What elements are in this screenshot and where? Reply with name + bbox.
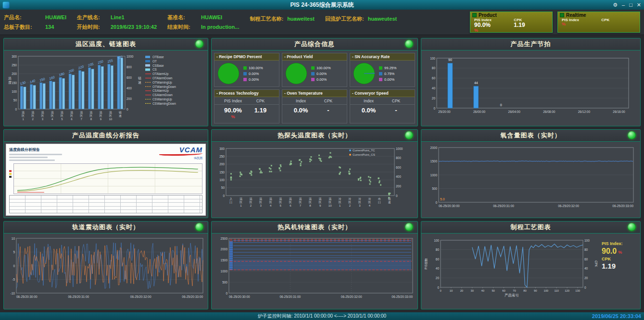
legend-swatch [243, 72, 247, 75]
stat-value: - [382, 107, 410, 114]
svg-text:冷: 冷 [339, 197, 341, 200]
logo-subtext: 伟凯测 [159, 156, 202, 160]
svg-text:150: 150 [219, 171, 225, 174]
svg-text:OTWarningDown: OTWarningDown [152, 85, 176, 89]
cpk-value: 1.19 [602, 262, 636, 270]
svg-text:PIS指数: PIS指数 [424, 258, 428, 269]
legend-value: 0.00% [249, 77, 259, 82]
legend-value: 0.00% [249, 72, 259, 76]
svg-text:90: 90 [534, 289, 537, 292]
sub-box-header: - SN Accuracy Rate [350, 53, 415, 61]
legend-value: 0.75% [384, 72, 394, 76]
svg-text:100: 100 [430, 57, 435, 60]
svg-text:温: 温 [328, 197, 331, 200]
svg-text:温: 温 [8, 76, 12, 80]
svg-text:26/08:00: 26/08:00 [543, 110, 556, 113]
status-led-icon [628, 223, 636, 231]
product-metric-box: Product PIS Index 90.0% % CPK 1.19 [470, 12, 553, 33]
svg-text:255: 255 [106, 59, 113, 64]
legend-value: 0.00% [384, 77, 394, 82]
svg-text:区: 区 [348, 200, 351, 204]
legend-value: 0.00% [316, 72, 327, 76]
svg-text:20: 20 [432, 97, 436, 100]
field-value: In production... [201, 24, 239, 30]
svg-text:区: 区 [328, 200, 331, 204]
svg-text:2000: 2000 [221, 247, 228, 251]
oven-timeline-text: 炉子监控时间轴: 2010/1/1 00:00:00 <----> 2010/1… [258, 313, 386, 320]
svg-text:口: 口 [229, 201, 232, 204]
panel-oxygen: 氧含量图表（实时） 05001000150020005.006-25/20:30… [421, 129, 641, 218]
svg-text:400: 400 [396, 175, 401, 179]
svg-text:区: 区 [309, 200, 312, 204]
panel-title: 制程工艺图表 [511, 223, 551, 232]
svg-text:区: 区 [279, 200, 282, 204]
svg-text:0: 0 [584, 285, 586, 289]
svg-text:口: 口 [378, 201, 381, 204]
svg-text:冷: 冷 [368, 197, 371, 200]
legend-swatch [379, 72, 382, 75]
close-button[interactable]: ✕ [637, 0, 641, 10]
svg-text:区: 区 [31, 114, 34, 117]
svg-text:100: 100 [434, 238, 439, 242]
panel-rail-vibration: 轨道震动图表（实时） -10-5051006-25/20:30:0006-25/… [3, 221, 208, 309]
production-tempo-chart: 02040608010025/20:0026/00:0026/04:0026/0… [422, 51, 639, 126]
svg-text:4: 4 [369, 204, 371, 207]
svg-text:200: 200 [12, 72, 17, 75]
info-group-oven-name: 回流炉工艺名称:huaweutest [325, 15, 397, 23]
maximize-button[interactable]: □ [629, 0, 632, 10]
field-value: HUAWEI [45, 14, 66, 20]
svg-text:1000: 1000 [430, 173, 438, 177]
field-label: 制程工艺名称: [250, 15, 283, 23]
svg-text:0: 0 [13, 264, 15, 267]
svg-text:90: 90 [448, 58, 452, 62]
svg-text:链: 链 [138, 76, 141, 80]
status-led-icon [195, 40, 203, 48]
stat-label: Index [355, 98, 382, 103]
svg-text:500: 500 [222, 280, 227, 283]
info-group-process-name: 制程工艺名称:huaweitest [250, 15, 315, 23]
svg-text:500: 500 [432, 187, 437, 190]
svg-text:区: 区 [41, 114, 44, 117]
svg-text:区: 区 [89, 114, 92, 117]
field-value: Line1 [111, 14, 125, 20]
svg-text:1000: 1000 [126, 55, 134, 58]
svg-text:温: 温 [70, 111, 73, 114]
minimize-button[interactable]: – [622, 0, 625, 10]
svg-text:温: 温 [249, 197, 252, 200]
svg-text:区: 区 [299, 200, 302, 204]
panel-title: 热风机转速图表（实时） [278, 223, 352, 232]
svg-text:20: 20 [460, 289, 463, 292]
svg-text:250: 250 [219, 155, 225, 158]
realtime-metric-box: Realtime PIS Index % CPK [557, 12, 640, 33]
svg-text:1: 1 [240, 204, 242, 207]
svg-text:06-25/20:33:00: 06-25/20:33:00 [182, 295, 203, 298]
stat-label: CPK [247, 98, 274, 103]
svg-text:06-25/20:30:00: 06-25/20:30:00 [229, 295, 250, 298]
svg-text:26/16:00: 26/16:00 [613, 110, 625, 113]
svg-text:OT: OT [152, 60, 157, 63]
pis-index-label: PIS Index: [602, 241, 636, 246]
svg-text:区: 区 [100, 114, 102, 117]
svg-text:区: 区 [368, 200, 371, 204]
svg-text:速: 速 [138, 81, 141, 84]
report-document-preview[interactable]: 温度曲线分析报告 VCAM 伟凯测 [6, 144, 206, 215]
svg-text:3: 3 [359, 204, 361, 207]
field-label: 生产线名: [77, 14, 107, 21]
legend-swatch [311, 66, 315, 70]
status-led-icon [195, 223, 203, 231]
svg-text:160: 160 [49, 75, 55, 80]
percent-mark: % [618, 250, 622, 255]
svg-text:150: 150 [12, 81, 17, 85]
svg-text:CSAlarmUp: CSAlarmUp [152, 89, 169, 93]
settings-gear-icon[interactable]: ⚙ [613, 0, 618, 10]
stat-box-conveyor-speed: - Converyor Speed Index CPK 0.0% - [350, 89, 415, 123]
svg-text:温: 温 [100, 111, 102, 114]
svg-text:0: 0 [396, 194, 398, 197]
svg-text:温: 温 [109, 111, 112, 114]
svg-text:2000: 2000 [430, 146, 438, 149]
svg-text:温: 温 [299, 197, 302, 200]
svg-text:60: 60 [432, 76, 436, 80]
svg-text:26/00:00: 26/00:00 [473, 110, 486, 113]
svg-text:度: 度 [8, 81, 12, 85]
stat-label: Index [287, 98, 315, 103]
